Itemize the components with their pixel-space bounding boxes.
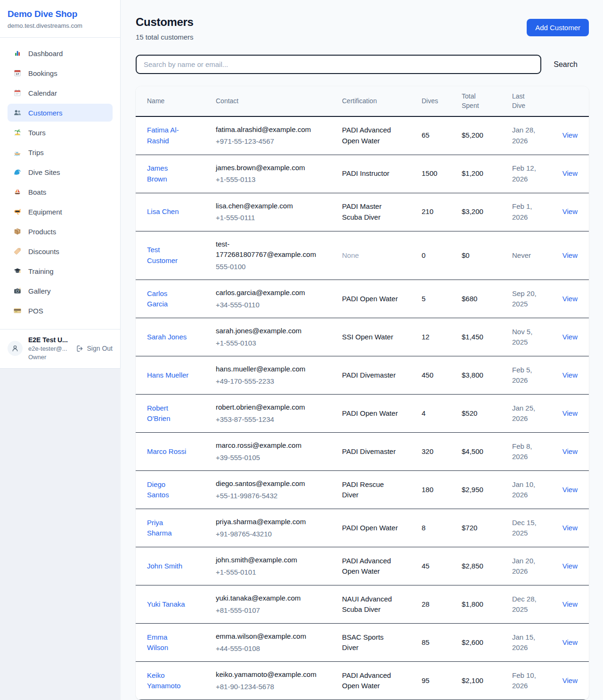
sidebar-item-label: Bookings — [28, 69, 57, 77]
customer-total-spent: $2,600 — [462, 624, 512, 662]
sign-out-button[interactable]: Sign Out — [76, 345, 113, 353]
main-content: Customers 15 total customers Add Custome… — [121, 0, 603, 700]
customer-certification: PADI Master Scuba Diver — [342, 201, 401, 222]
sidebar-item-boats[interactable]: Boats — [8, 183, 113, 201]
customer-total-spent: $2,100 — [462, 662, 512, 700]
customer-name-link[interactable]: Robert O'Brien — [147, 403, 189, 424]
customer-last-dive: Jan 10, 2026 — [512, 479, 541, 501]
customer-name-link[interactable]: Yuki Tanaka — [147, 599, 185, 610]
customer-certification: SSI Open Water — [342, 332, 393, 343]
customer-name-link[interactable]: John Smith — [147, 561, 182, 572]
table-row: Hans Mueller hans.mueller@example.com +4… — [136, 356, 589, 395]
customer-dives: 210 — [422, 193, 462, 231]
customer-phone: +55-11-99876-5432 — [216, 491, 331, 502]
customer-phone: +81-90-1234-5678 — [216, 682, 331, 692]
customer-certification: PADI Advanced Open Water — [342, 556, 401, 577]
customer-dives: 95 — [422, 662, 462, 700]
customer-email: lisa.chen@example.com — [216, 201, 320, 212]
sidebar-item-bookings[interactable]: Bookings — [8, 64, 113, 82]
sidebar-item-tours[interactable]: Tours — [8, 124, 113, 141]
customer-last-dive: Dec 28, 2025 — [512, 594, 541, 615]
customer-name-link[interactable]: James Brown — [147, 163, 189, 184]
customer-email: keiko.yamamoto@example.com — [216, 669, 320, 680]
view-customer-link[interactable]: View — [562, 295, 578, 303]
sidebar-item-label: Training — [28, 267, 54, 275]
customer-certification: PADI Advanced Open Water — [342, 670, 401, 692]
view-customer-link[interactable]: View — [562, 251, 578, 259]
sidebar-item-equipment[interactable]: Equipment — [8, 203, 113, 221]
sidebar-item-products[interactable]: Products — [8, 222, 113, 240]
add-customer-button[interactable]: Add Customer — [527, 19, 589, 36]
customer-name-link[interactable]: Diego Santos — [147, 479, 189, 501]
customer-name-link[interactable]: Carlos Garcia — [147, 288, 189, 310]
sidebar-item-gallery[interactable]: Gallery — [8, 282, 113, 300]
customer-last-dive: Feb 10, 2026 — [512, 670, 541, 692]
customer-name-link[interactable]: Test Customer — [147, 245, 189, 266]
view-customer-link[interactable]: View — [562, 486, 578, 494]
sidebar-item-label: Customers — [28, 109, 63, 117]
customer-email: carlos.garcia@example.com — [216, 288, 320, 298]
page-title: Customers — [136, 16, 194, 29]
search-input[interactable] — [136, 55, 541, 74]
view-customer-link[interactable]: View — [562, 131, 578, 139]
column-header-certification: Certification — [342, 86, 422, 116]
view-customer-link[interactable]: View — [562, 524, 578, 532]
view-customer-link[interactable]: View — [562, 447, 578, 455]
customer-last-dive: Jan 15, 2026 — [512, 632, 541, 653]
customer-phone: 555-0100 — [216, 262, 331, 272]
sidebar-item-calendar[interactable]: Calendar — [8, 84, 113, 102]
view-customer-link[interactable]: View — [562, 207, 578, 215]
customer-phone: +1-555-0103 — [216, 338, 331, 349]
table-row: Carlos Garcia carlos.garcia@example.com … — [136, 280, 589, 318]
customer-name-link[interactable]: Hans Mueller — [147, 370, 188, 381]
customer-name-link[interactable]: Lisa Chen — [147, 206, 179, 217]
customer-total-spent: $3,200 — [462, 193, 512, 231]
sidebar-item-discounts[interactable]: Discounts — [8, 242, 113, 260]
view-customer-link[interactable]: View — [562, 562, 578, 570]
customer-last-dive: Feb 1, 2026 — [512, 201, 541, 222]
customer-total-spent: $680 — [462, 280, 512, 318]
logout-icon — [76, 345, 84, 353]
sidebar-item-customers[interactable]: Customers — [8, 104, 113, 122]
customer-certification: PADI Divemaster — [342, 446, 396, 457]
table-row: Marco Rossi marco.rossi@example.com +39-… — [136, 433, 589, 471]
customer-name-link[interactable]: Marco Rossi — [147, 446, 186, 457]
table-row: Sarah Jones sarah.jones@example.com +1-5… — [136, 318, 589, 356]
view-customer-link[interactable]: View — [562, 638, 578, 646]
sidebar-item-dashboard[interactable]: Dashboard — [8, 44, 113, 62]
sidebar-item-training[interactable]: Training — [8, 262, 113, 280]
view-customer-link[interactable]: View — [562, 409, 578, 417]
customer-last-dive: Feb 5, 2026 — [512, 365, 541, 386]
view-customer-link[interactable]: View — [562, 600, 578, 608]
customer-name-link[interactable]: Emma Wilson — [147, 632, 189, 653]
customer-name-link[interactable]: Keiko Yamamoto — [147, 670, 189, 692]
view-customer-link[interactable]: View — [562, 676, 578, 684]
search-button[interactable]: Search — [541, 60, 589, 69]
customer-phone: +91-98765-43210 — [216, 529, 331, 540]
column-header-contact: Contact — [216, 86, 342, 116]
customer-name-link[interactable]: Fatima Al-Rashid — [147, 125, 189, 146]
customer-dives: 0 — [422, 231, 462, 280]
customer-email: yuki.tanaka@example.com — [216, 593, 320, 604]
table-row: Emma Wilson emma.wilson@example.com +44-… — [136, 624, 589, 662]
customer-phone: +353-87-555-1234 — [216, 414, 331, 425]
sidebar-item-trips[interactable]: Trips — [8, 143, 113, 161]
customer-phone: +1-555-0111 — [216, 213, 331, 223]
view-customer-link[interactable]: View — [562, 169, 578, 177]
sidebar-item-pos[interactable]: POS — [8, 302, 113, 320]
customer-email: priya.sharma@example.com — [216, 517, 320, 527]
customer-name-link[interactable]: Priya Sharma — [147, 518, 189, 539]
customer-dives: 8 — [422, 509, 462, 547]
app-root: Demo Dive Shop demo.test.divestreams.com… — [0, 0, 603, 700]
user-email: e2e-tester@... — [28, 345, 70, 352]
table-row: John Smith john.smith@example.com +1-555… — [136, 547, 589, 585]
customer-phone: +39-555-0105 — [216, 453, 331, 463]
view-customer-link[interactable]: View — [562, 371, 578, 379]
view-customer-link[interactable]: View — [562, 333, 578, 341]
customer-certification: PADI Open Water — [342, 294, 398, 305]
table-row: Priya Sharma priya.sharma@example.com +9… — [136, 509, 589, 547]
sidebar: Demo Dive Shop demo.test.divestreams.com… — [0, 0, 121, 369]
sidebar-item-label: Gallery — [28, 287, 51, 295]
customer-name-link[interactable]: Sarah Jones — [147, 332, 187, 343]
sidebar-item-dive-sites[interactable]: Dive Sites — [8, 163, 113, 181]
